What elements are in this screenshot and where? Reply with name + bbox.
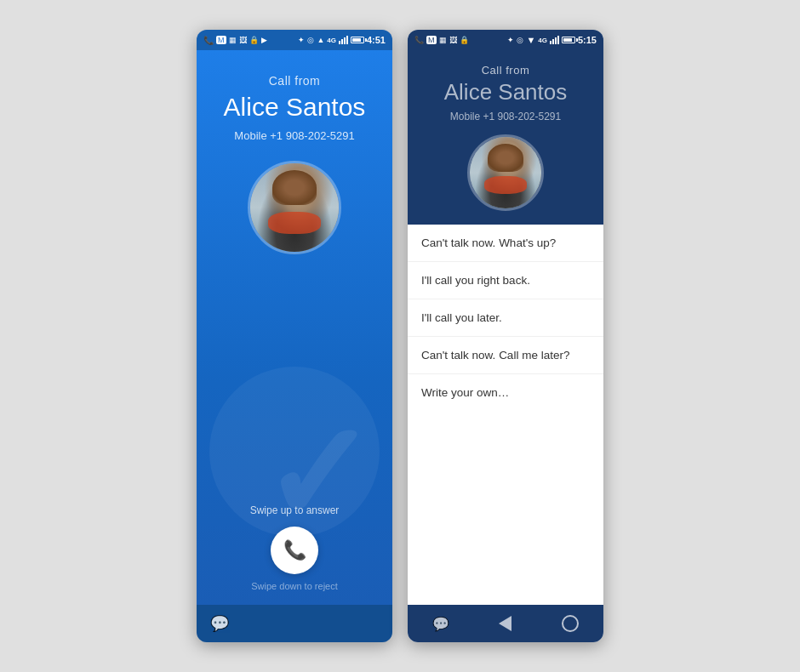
status-right-icons: ✦ ◎ ▲ 4G 4:51 xyxy=(298,35,386,45)
nav-bar-1: 💬 xyxy=(197,605,392,642)
avatar-person-1 xyxy=(250,163,339,252)
phone-incoming-call: 📞 M ▦ 🖼 🔒 ▶ ✦ ◎ ▲ 4G xyxy=(197,30,392,642)
lock-icon-2: 🔒 xyxy=(460,36,469,44)
message-text-3: I'll call you later. xyxy=(421,311,502,324)
signal-bars xyxy=(339,36,348,44)
avatar-image-1 xyxy=(250,163,339,252)
status-left-icons: 📞 M ▦ 🖼 🔒 ▶ xyxy=(203,36,267,45)
status-bar-2: 📞 M ▦ 🖼 🔒 ✦ ◎ ▼ 4G 5 xyxy=(408,30,603,50)
message-text-4: Can't talk now. Call me later? xyxy=(421,349,569,362)
back-icon[interactable] xyxy=(499,616,511,631)
caller-avatar-2 xyxy=(467,134,544,211)
wifi-icon-2: ▼ xyxy=(526,35,535,45)
message-item-2[interactable]: I'll call you right back. xyxy=(408,262,603,299)
qr-icon-2: ▦ xyxy=(439,36,447,44)
phone-status-icon: 📞 xyxy=(203,36,214,45)
call-info-section: Call from Alice Santos Mobile +1 908-202… xyxy=(408,50,603,225)
status-bar-1: 📞 M ▦ 🖼 🔒 ▶ ✦ ◎ ▲ 4G xyxy=(197,30,392,50)
caller-number-1: Mobile +1 908-202-5291 xyxy=(234,129,354,142)
bluetooth-icon-2: ✦ xyxy=(507,36,514,44)
signal-icon: ▲ xyxy=(317,36,324,44)
status-time-2: 5:15 xyxy=(578,35,597,45)
caller-number-2: Mobile +1 908-202-5291 xyxy=(450,111,561,122)
nfc-icon-2: ◎ xyxy=(517,36,523,44)
arrow-icon: ▶ xyxy=(261,36,267,44)
message-icon-nav[interactable]: 💬 xyxy=(432,616,449,632)
phones-container: 📞 M ▦ 🖼 🔒 ▶ ✦ ◎ ▲ 4G xyxy=(197,30,603,642)
messages-list: Can't talk now. What's up? I'll call you… xyxy=(408,225,603,605)
message-item-4[interactable]: Can't talk now. Call me later? xyxy=(408,337,603,374)
img-icon-2: 🖼 xyxy=(449,36,457,44)
img-icon: 🖼 xyxy=(239,36,247,44)
message-text-1: Can't talk now. What's up? xyxy=(421,236,556,249)
lock-icon: 🔒 xyxy=(249,36,259,44)
avatar-person-2 xyxy=(470,137,541,208)
message-nav-icon[interactable]: 💬 xyxy=(210,614,229,633)
message-item-3[interactable]: I'll call you later. xyxy=(408,299,603,337)
message-text-5: Write your own… xyxy=(421,386,509,399)
phone-status-icon-2: 📞 xyxy=(414,36,424,44)
caller-avatar-1 xyxy=(248,161,341,254)
swipe-down-text: Swipe down to reject xyxy=(251,581,338,591)
home-icon[interactable] xyxy=(562,615,579,632)
lte-icon: 4G xyxy=(327,37,336,44)
nav-bar-2: 💬 xyxy=(408,605,603,642)
caller-name-1: Alice Santos xyxy=(214,93,376,122)
answer-button[interactable]: 📞 xyxy=(271,527,318,574)
phone-message-response: 📞 M ▦ 🖼 🔒 ✦ ◎ ▼ 4G 5 xyxy=(408,30,603,642)
carrier-icon-2: M xyxy=(426,36,437,44)
battery-icon xyxy=(351,37,364,43)
phone-answer-icon: 📞 xyxy=(283,539,306,561)
nfc-icon: ◎ xyxy=(307,36,314,44)
status-time-1: 4:51 xyxy=(367,35,386,45)
status-right-icons-2: ✦ ◎ ▼ 4G 5:15 xyxy=(507,35,597,45)
battery-icon-2 xyxy=(562,37,575,43)
message-text-2: I'll call you right back. xyxy=(421,274,530,287)
carrier-icon: M xyxy=(216,36,226,44)
status-left-icons-2: 📞 M ▦ 🖼 🔒 xyxy=(414,36,469,44)
swipe-up-text: Swipe up to answer xyxy=(250,504,340,516)
avatar-image-2 xyxy=(470,137,541,208)
signal-bars-2 xyxy=(550,36,559,44)
lte-icon-2: 4G xyxy=(538,37,547,44)
call-from-label-2: Call from xyxy=(482,64,530,77)
call-from-label-1: Call from xyxy=(269,74,321,88)
caller-name-2: Alice Santos xyxy=(436,80,576,105)
message-item-1[interactable]: Can't talk now. What's up? xyxy=(408,225,603,262)
call-screen: Call from Alice Santos Mobile +1 908-202… xyxy=(197,50,392,605)
qr-icon: ▦ xyxy=(229,36,237,44)
bluetooth-icon: ✦ xyxy=(298,36,305,44)
message-item-5[interactable]: Write your own… xyxy=(408,374,603,411)
